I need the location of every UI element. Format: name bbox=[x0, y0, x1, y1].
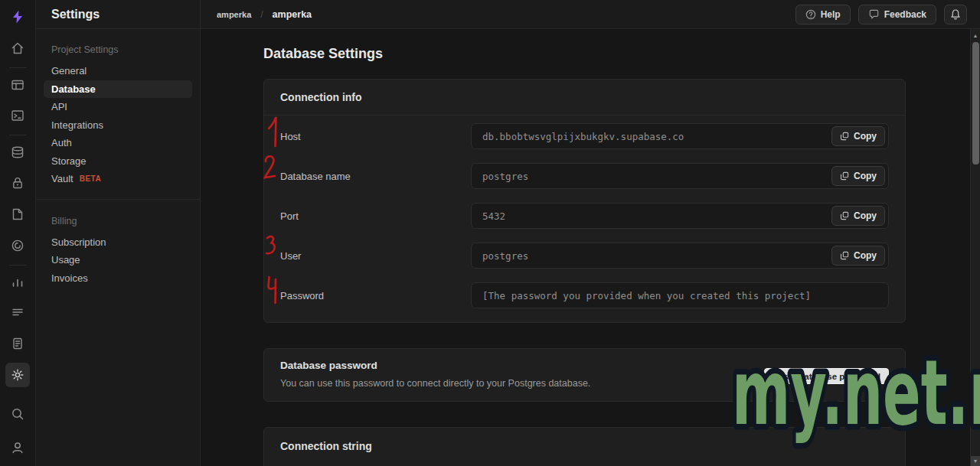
edge-functions-icon[interactable] bbox=[7, 235, 28, 256]
host-value-field[interactable]: db.bbobtwsvglpijxbukgkv.supabase.co Copy bbox=[471, 123, 889, 149]
scrollbar-thumb[interactable] bbox=[972, 42, 979, 165]
rail-divider bbox=[9, 67, 27, 68]
copy-port-button[interactable]: Copy bbox=[831, 206, 885, 226]
search-icon[interactable] bbox=[7, 403, 28, 425]
sidebar-divider bbox=[36, 199, 200, 200]
sidebar-item-invoices[interactable]: Invoices bbox=[44, 269, 192, 288]
table-editor-icon[interactable] bbox=[7, 74, 28, 96]
page-title: Database Settings bbox=[263, 46, 383, 62]
user-label: User bbox=[280, 250, 471, 262]
host-row: Host db.bbobtwsvglpijxbukgkv.supabase.co… bbox=[264, 116, 905, 156]
database-name-value-field[interactable]: postgres Copy bbox=[471, 163, 889, 189]
chat-bubble-icon bbox=[868, 8, 880, 20]
auth-lock-icon[interactable] bbox=[7, 172, 28, 194]
beta-badge: BETA bbox=[80, 174, 101, 183]
rail-divider bbox=[9, 135, 27, 135]
section-heading-billing: Billing bbox=[36, 212, 200, 230]
supabase-logo[interactable] bbox=[7, 6, 28, 28]
database-name-label: Database name bbox=[280, 171, 471, 182]
sidebar-item-integrations[interactable]: Integrations bbox=[44, 116, 192, 135]
copy-icon bbox=[840, 211, 849, 220]
sidebar-item-auth[interactable]: Auth bbox=[44, 134, 192, 152]
sidebar-item-subscription[interactable]: Subscription bbox=[44, 233, 192, 252]
port-label: Port bbox=[280, 210, 471, 222]
storage-icon[interactable] bbox=[7, 204, 28, 225]
password-label: Password bbox=[280, 290, 471, 301]
settings-sidebar: Settings Project Settings General Databa… bbox=[36, 0, 201, 466]
breadcrumb: amperka / amperka bbox=[217, 9, 312, 20]
copy-icon bbox=[840, 171, 849, 181]
copy-icon bbox=[840, 251, 849, 260]
top-bar: amperka / amperka Help Feedback bbox=[201, 0, 980, 29]
settings-gear-icon[interactable] bbox=[5, 363, 30, 387]
notifications-bell-button[interactable] bbox=[944, 5, 967, 24]
password-row: Password [The password you provided when… bbox=[264, 275, 905, 315]
main-content: Database Settings Connection info Host d… bbox=[201, 29, 970, 466]
help-button[interactable]: Help bbox=[795, 5, 851, 24]
database-icon[interactable] bbox=[7, 142, 28, 163]
help-circle-icon bbox=[805, 9, 816, 20]
connection-info-card: Connection info Host db.bbobtwsvglpijxbu… bbox=[263, 79, 906, 323]
copy-user-button[interactable]: Copy bbox=[831, 246, 885, 266]
copy-database-name-button[interactable]: Copy bbox=[831, 166, 885, 186]
connection-string-header: Connection string bbox=[264, 428, 905, 464]
database-name-row: Database name postgres Copy bbox=[264, 156, 905, 196]
breadcrumb-separator: / bbox=[260, 9, 263, 20]
port-row: Port 5432 Copy bbox=[264, 196, 905, 236]
account-icon[interactable] bbox=[7, 437, 28, 458]
home-icon[interactable] bbox=[7, 37, 28, 59]
sidebar-item-api[interactable]: API bbox=[44, 98, 192, 116]
breadcrumb-project[interactable]: amperka bbox=[273, 9, 312, 20]
copy-host-button[interactable]: Copy bbox=[831, 126, 885, 146]
host-label: Host bbox=[280, 131, 471, 142]
bell-icon bbox=[950, 8, 961, 21]
database-password-card: Database password You can use this passw… bbox=[263, 348, 906, 402]
sidebar-title: Settings bbox=[51, 8, 100, 21]
sidebar-item-database[interactable]: Database bbox=[44, 80, 192, 99]
connection-info-header: Connection info bbox=[264, 80, 905, 116]
sidebar-item-vault[interactable]: Vault BETA bbox=[44, 170, 192, 188]
port-value-field[interactable]: 5432 Copy bbox=[471, 203, 889, 229]
reset-database-password-button[interactable]: Reset database password bbox=[764, 368, 889, 384]
sidebar-item-usage[interactable]: Usage bbox=[44, 251, 192, 269]
sidebar-item-general[interactable]: General bbox=[44, 62, 192, 80]
section-heading-project-settings: Project Settings bbox=[36, 41, 200, 59]
copy-icon bbox=[840, 132, 849, 141]
logs-icon[interactable] bbox=[7, 301, 28, 323]
user-value-field[interactable]: postgres Copy bbox=[471, 243, 889, 269]
reports-icon[interactable] bbox=[7, 271, 28, 292]
sql-editor-icon[interactable] bbox=[7, 105, 28, 126]
rail-divider bbox=[9, 265, 27, 266]
scroll-up-arrow[interactable]: ▲ bbox=[971, 31, 980, 41]
user-row: User postgres Copy bbox=[264, 236, 905, 275]
icon-rail bbox=[0, 0, 36, 466]
api-docs-icon[interactable] bbox=[7, 333, 28, 354]
breadcrumb-org[interactable]: amperka bbox=[217, 10, 251, 19]
sidebar-item-storage[interactable]: Storage bbox=[44, 152, 192, 171]
feedback-button[interactable]: Feedback bbox=[858, 5, 936, 24]
scroll-down-arrow[interactable]: ▼ bbox=[971, 456, 980, 466]
sidebar-header: Settings bbox=[36, 0, 200, 29]
vertical-scrollbar[interactable]: ▲ ▼ bbox=[970, 29, 980, 466]
connection-string-card: Connection string bbox=[263, 427, 906, 466]
password-value-field[interactable]: [The password you provided when you crea… bbox=[471, 282, 889, 308]
